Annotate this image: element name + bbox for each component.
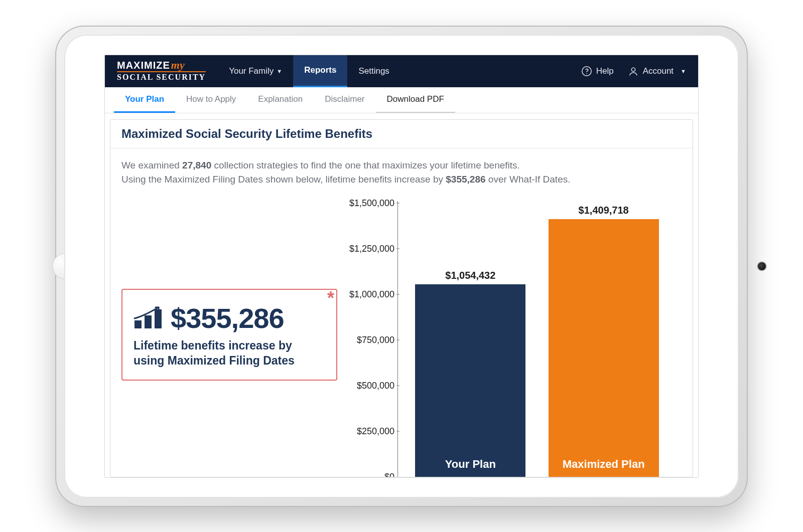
svg-rect-5 — [155, 309, 162, 328]
brand-line2: SOCIAL SECURITY — [117, 71, 206, 82]
subtab-download-pdf[interactable]: Download PDF — [376, 87, 455, 113]
growth-bars-icon — [133, 305, 164, 331]
help-label: Help — [596, 66, 614, 76]
account-label: Account — [643, 66, 674, 76]
svg-point-2 — [631, 68, 635, 71]
bar-value-label: $1,409,718 — [579, 205, 629, 216]
y-tick: $500,000 — [338, 380, 394, 391]
bar-wrap: $1,409,718Maximized Plan — [549, 203, 659, 477]
y-tick: $0 — [338, 471, 394, 477]
tablet-frame: MAXIMIZEmy SOCIAL SECURITY Your Family ▼… — [55, 26, 748, 507]
nav-right: Help Account ▼ — [581, 55, 698, 87]
app-screen: MAXIMIZEmy SOCIAL SECURITY Your Family ▼… — [104, 55, 699, 478]
nav-your-family-label: Your Family — [229, 66, 274, 76]
increase-amount: $355,286 — [171, 302, 284, 334]
bar-maximized-plan: Maximized Plan — [549, 219, 659, 476]
callout-column: * — [121, 193, 337, 477]
brand-line1: MAXIMIZEmy — [117, 60, 206, 70]
user-icon — [628, 66, 639, 77]
help-icon — [581, 66, 592, 77]
subtab-explanation[interactable]: Explanation — [247, 87, 314, 113]
asterisk-icon: * — [327, 288, 334, 309]
nav-settings[interactable]: Settings — [347, 55, 400, 87]
top-nav: MAXIMIZEmy SOCIAL SECURITY Your Family ▼… — [105, 55, 698, 87]
content-row: * — [121, 193, 682, 477]
tablet-camera — [757, 261, 767, 271]
benefits-panel: Maximized Social Security Lifetime Benef… — [110, 119, 693, 477]
subtab-how-to-apply[interactable]: How to Apply — [175, 87, 247, 113]
y-tick: $1,250,000 — [338, 243, 394, 254]
svg-point-1 — [586, 73, 587, 74]
benefit-increase-callout: * — [121, 289, 337, 381]
y-tick: $750,000 — [338, 334, 394, 345]
intro-text: We examined 27,840 collection strategies… — [121, 158, 682, 187]
brand-maximize: MAXIMIZE — [117, 60, 170, 71]
subtab-your-plan[interactable]: Your Plan — [114, 87, 175, 113]
svg-rect-3 — [135, 320, 142, 328]
panel-title: Maximized Social Security Lifetime Benef… — [121, 127, 682, 141]
subtab-disclaimer[interactable]: Disclaimer — [314, 87, 375, 113]
nav-your-family[interactable]: Your Family ▼ — [218, 55, 293, 87]
account-menu[interactable]: Account ▼ — [628, 66, 686, 77]
brand-my: my — [170, 59, 185, 71]
bar-wrap: $1,054,432Your Plan — [415, 203, 525, 477]
panel-header: Maximized Social Security Lifetime Benef… — [110, 120, 693, 148]
nav-items: Your Family ▼ Reports Settings — [218, 55, 400, 87]
y-tick: $1,000,000 — [338, 289, 394, 299]
nav-settings-label: Settings — [358, 66, 389, 76]
tablet-bezel: MAXIMIZEmy SOCIAL SECURITY Your Family ▼… — [64, 35, 739, 498]
help-link[interactable]: Help — [581, 66, 614, 77]
benefits-bar-chart: $1,054,432Your Plan$1,409,718Maximized P… — [337, 193, 682, 477]
chart-column: $1,054,432Your Plan$1,409,718Maximized P… — [337, 193, 682, 477]
bars-container: $1,054,432Your Plan$1,409,718Maximized P… — [397, 203, 677, 477]
chevron-down-icon: ▼ — [277, 68, 282, 74]
nav-reports[interactable]: Reports — [293, 55, 347, 87]
bar-value-label: $1,054,432 — [445, 270, 495, 281]
panel-wrap: Maximized Social Security Lifetime Benef… — [105, 113, 698, 477]
svg-rect-4 — [145, 315, 152, 328]
nav-reports-label: Reports — [304, 65, 336, 75]
bar-your-plan: Your Plan — [415, 284, 525, 477]
y-tick: $250,000 — [338, 426, 394, 436]
brand-logo[interactable]: MAXIMIZEmy SOCIAL SECURITY — [105, 55, 218, 87]
callout-subtitle: Lifetime benefits increase by using Maxi… — [133, 338, 325, 369]
panel-body: We examined 27,840 collection strategies… — [110, 148, 693, 477]
chevron-down-icon: ▼ — [681, 68, 686, 74]
y-tick: $1,500,000 — [338, 198, 394, 208]
sub-tabs: Your Plan How to Apply Explanation Discl… — [105, 87, 698, 113]
